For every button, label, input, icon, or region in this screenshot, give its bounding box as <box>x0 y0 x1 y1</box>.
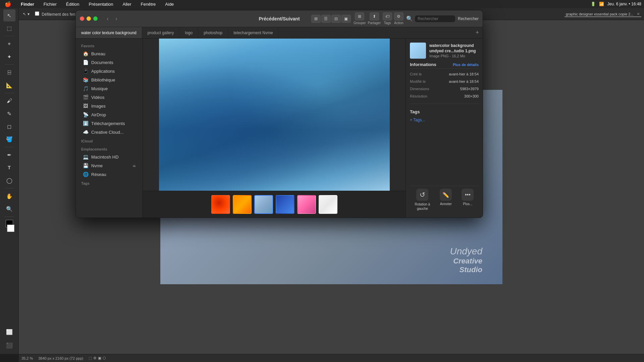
thumbnail-2[interactable] <box>254 195 273 214</box>
action-btn[interactable]: ⚙ Action <box>394 12 404 25</box>
ps-tool-pen[interactable]: ✒ <box>3 149 15 161</box>
defelement-checkbox[interactable] <box>35 11 39 16</box>
sidebar-item-reseau[interactable]: 🌐 Réseau <box>77 170 141 179</box>
ps-tool-extra1[interactable]: ⬜ <box>3 326 15 338</box>
thumbnail-0[interactable] <box>211 195 230 214</box>
tab-product-gallery[interactable]: product gallery <box>142 27 180 38</box>
ps-tool-shape[interactable]: ◯ <box>3 174 15 186</box>
menu-finder[interactable]: Finder <box>19 1 36 7</box>
videos-icon: 🎬 <box>83 95 89 100</box>
ps-tool-lasso[interactable]: ⌖ <box>3 38 15 50</box>
sidebar-item-nvme[interactable]: 💾 Nvme ⏏ <box>77 161 141 170</box>
apple-menu[interactable]: 🍎 <box>3 0 13 8</box>
rp-file-meta: Image PNG - 16,2 Mo <box>429 54 479 58</box>
view-icons-button[interactable]: ⊞ <box>311 15 321 23</box>
minimize-button[interactable] <box>87 16 91 21</box>
rp-file-name: watercolor background undyed cre...tudio… <box>429 43 479 54</box>
add-tab-button[interactable]: + <box>472 27 483 38</box>
thumbnail-4[interactable] <box>297 195 316 214</box>
finder-sidebar: Favoris 🏠 Bureau 📄 Documents 📱 Applicati… <box>76 39 143 218</box>
ps-tool-brush[interactable]: 🖌 <box>3 95 15 107</box>
rp-add-tag[interactable]: + Tags... <box>410 118 479 122</box>
menu-fichier[interactable]: Fichier <box>42 1 59 7</box>
search-input[interactable] <box>415 15 455 22</box>
ps-tool-crop[interactable]: ⌸ <box>3 66 15 78</box>
bureau-icon: 🏠 <box>83 51 89 56</box>
grouper-label: Grouper <box>354 21 366 25</box>
ps-tool-measure[interactable]: 📐 <box>3 79 15 91</box>
search-toggle[interactable]: Rechercher <box>458 16 479 21</box>
tool-dropdown[interactable]: ▾ <box>28 12 30 16</box>
ps-tool-options: ↖ ▾ <box>21 11 31 17</box>
thumbnail-1[interactable] <box>233 195 252 214</box>
close-button[interactable] <box>80 16 84 21</box>
sidebar-item-videos[interactable]: 🎬 Vidéos <box>77 93 141 102</box>
sidebar-item-bureau[interactable]: 🏠 Bureau <box>77 49 141 58</box>
ps-tool-eraser[interactable]: ◻ <box>3 120 15 132</box>
ps-tool-select[interactable]: ⬚ <box>3 22 15 34</box>
ps-tool-text[interactable]: T <box>3 162 15 174</box>
rp-file-header: watercolor background undyed cre...tudio… <box>410 43 479 59</box>
tab-logo[interactable]: logo <box>179 27 198 38</box>
toolbar-separator <box>5 188 14 188</box>
rp-action-plus[interactable]: ••• Plus... <box>462 189 474 211</box>
ps-background-color[interactable] <box>7 225 14 232</box>
musique-icon: 🎵 <box>83 86 89 91</box>
menu-aide[interactable]: Aide <box>163 1 176 7</box>
view-list-button[interactable]: ☰ <box>321 15 331 23</box>
tags-icon: 🏷 <box>383 12 392 20</box>
grouper-btn[interactable]: ⊞ Grouper <box>354 12 366 25</box>
sidebar-item-telechargements[interactable]: ⬇️ Téléchargements <box>77 119 141 128</box>
thumbnail-5[interactable] <box>319 195 337 214</box>
sidebar-item-applications[interactable]: 📱 Applications <box>77 67 141 75</box>
sidebar-item-musique[interactable]: 🎵 Musique <box>77 84 141 93</box>
ps-tool-move[interactable]: ↖ <box>3 9 15 21</box>
thumbnail-3[interactable] <box>276 195 294 214</box>
documents-icon: 📄 <box>83 60 89 65</box>
ps-tool-extra2[interactable]: ⬛ <box>3 339 15 351</box>
ps-tool-fill[interactable]: 🪣 <box>3 133 15 145</box>
ps-tool-stamp[interactable]: ✎ <box>3 108 15 120</box>
bibliotheque-icon: 📚 <box>83 77 89 82</box>
tab-photoshop[interactable]: photoshop <box>198 27 228 38</box>
partager-btn[interactable]: ⬆ Partager <box>368 12 381 25</box>
tab-water-color[interactable]: water color texture background <box>76 27 142 38</box>
ps-tab-close[interactable]: ✕ <box>637 12 640 16</box>
ps-color-picker[interactable] <box>4 220 14 232</box>
traffic-light <box>80 16 98 21</box>
images-icon: 🖼 <box>83 103 89 109</box>
rp-action-annoter[interactable]: ✏️ Annoter <box>440 189 452 211</box>
tab-telechargement[interactable]: telechargement Nvme <box>228 27 278 38</box>
ps-tool-hand[interactable]: ✋ <box>3 190 15 202</box>
ps-toolbar: ↖ ⬚ ⌖ ✦ ⌸ 📐 🖌 ✎ ◻ 🪣 ✒ T ◯ ✋ 🔍 ⬜ ⬛ <box>0 8 19 354</box>
ps-topbar-right: graphic designer essential pack copie 2.… <box>565 11 641 17</box>
rp-more-details-link[interactable]: Plus de détails <box>453 63 479 67</box>
finder-rightpanel: watercolor background undyed cre...tudio… <box>406 39 483 218</box>
nav-forward-button[interactable]: › <box>112 15 120 23</box>
rp-file-info: watercolor background undyed cre...tudio… <box>429 43 479 58</box>
sidebar-item-documents[interactable]: 📄 Documents <box>77 58 141 67</box>
menu-presentation[interactable]: Présentation <box>87 1 115 7</box>
view-gallery-button[interactable]: ▣ <box>341 15 351 23</box>
sidebar-item-images[interactable]: 🖼 Images <box>77 102 141 110</box>
rp-action-rotation[interactable]: ↺ Rotation àgauche <box>415 189 430 211</box>
sidebar-item-creative-cloud[interactable]: ☁️ Creative Cloud... <box>77 128 141 136</box>
ps-tool-zoom[interactable]: 🔍 <box>3 203 15 215</box>
macintosh-icon: 💻 <box>83 154 89 160</box>
partager-icon: ⬆ <box>370 12 379 20</box>
ps-tool-magic[interactable]: ✦ <box>3 51 15 63</box>
sidebar-item-airdrop[interactable]: 📡 AirDrop <box>77 110 141 119</box>
wifi-icon: 📶 <box>599 2 604 6</box>
view-columns-button[interactable]: ⊟ <box>331 15 341 23</box>
maximize-button[interactable] <box>93 16 98 21</box>
nav-back-button[interactable]: ‹ <box>104 15 112 23</box>
sidebar-item-macintosh[interactable]: 💻 Macintosh HD <box>77 153 141 161</box>
menu-edition[interactable]: Édition <box>64 1 82 7</box>
sidebar-item-bibliotheque[interactable]: 📚 Bibliothèque <box>77 75 141 84</box>
tags-btn[interactable]: 🏷 Tags <box>383 12 392 25</box>
eject-icon[interactable]: ⏏ <box>132 164 136 168</box>
ps-tab-label[interactable]: graphic designer essential pack copie 2.… <box>565 11 641 17</box>
menu-aller[interactable]: Aller <box>121 1 133 7</box>
menu-fenetre[interactable]: Fenêtre <box>139 1 158 7</box>
ps-doc-size: 3840 px x 2160 px (72 ppp) <box>38 356 83 360</box>
